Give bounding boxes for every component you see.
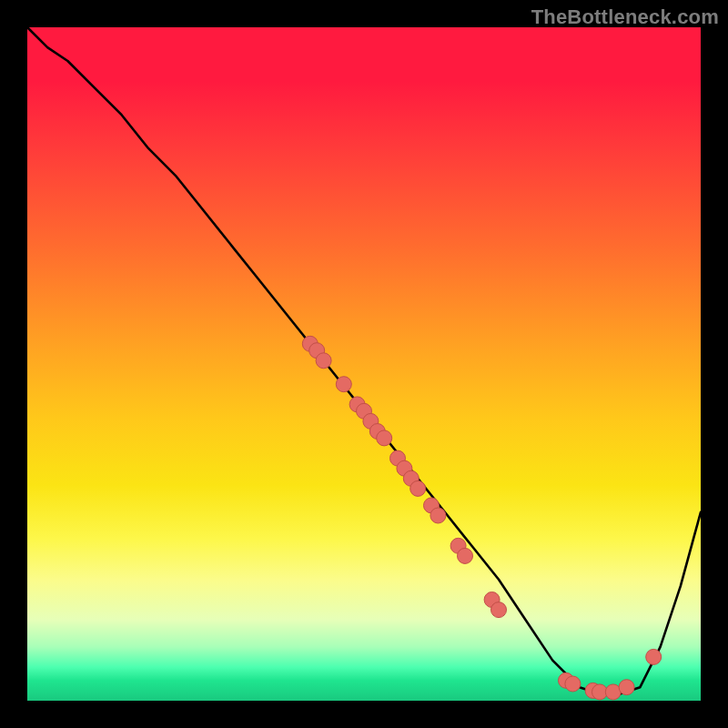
chart-stage: TheBottleneck.com — [0, 0, 728, 728]
chart-marker — [377, 430, 392, 446]
chart-overlay — [27, 27, 701, 701]
attribution-label: TheBottleneck.com — [531, 5, 719, 29]
chart-plot-area — [27, 27, 701, 701]
chart-marker — [565, 676, 581, 692]
chart-marker — [316, 353, 331, 369]
bottleneck-curve — [27, 27, 701, 694]
chart-marker — [336, 377, 351, 392]
chart-marker — [646, 649, 662, 664]
chart-marker — [430, 508, 446, 523]
chart-markers — [302, 336, 661, 700]
chart-marker — [619, 680, 634, 695]
chart-marker — [458, 548, 473, 563]
chart-marker — [410, 480, 426, 496]
chart-marker — [491, 602, 507, 618]
